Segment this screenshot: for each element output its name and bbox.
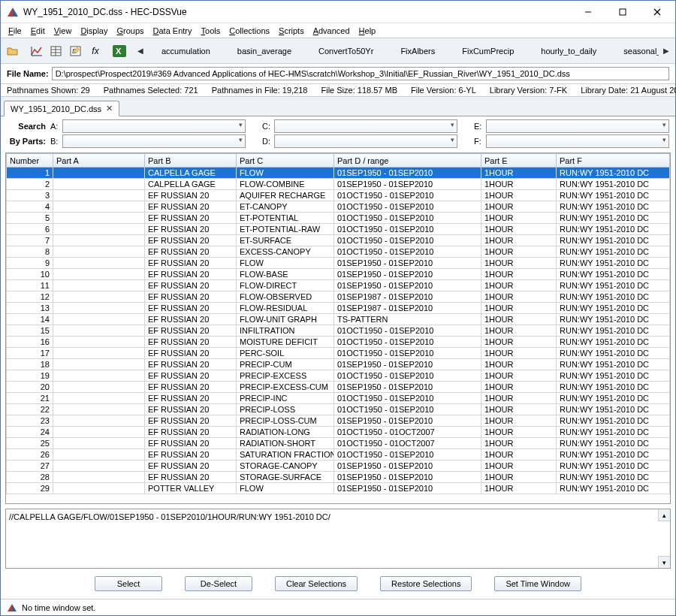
table-row[interactable]: 23EF RUSSIAN 20PRECIP-LOSS-CUM01SEP1950 … bbox=[7, 415, 670, 427]
table-row[interactable]: 11EF RUSSIAN 20FLOW-DIRECT01SEP1950 - 01… bbox=[7, 280, 670, 291]
menu-edit[interactable]: Edit bbox=[26, 25, 50, 37]
table-row[interactable]: 10EF RUSSIAN 20FLOW-BASE01SEP1950 - 01SE… bbox=[7, 269, 670, 280]
script-row: accumulationbasin_averageConvertTo50YrFi… bbox=[148, 47, 659, 56]
tab-close-icon[interactable]: ✕ bbox=[106, 104, 113, 113]
table-row[interactable]: 12EF RUSSIAN 20FLOW-OBSERVED01SEP1987 - … bbox=[7, 291, 670, 303]
restore-selections-button[interactable]: Restore Selections bbox=[380, 576, 472, 591]
part-b-label: B: bbox=[50, 137, 61, 146]
edit-icon[interactable]: E bbox=[67, 42, 85, 60]
col-part-b[interactable]: Part B bbox=[145, 154, 237, 168]
button-row: Select De-Select Clear Selections Restor… bbox=[1, 572, 675, 599]
script-convertto50yr[interactable]: ConvertTo50Yr bbox=[305, 47, 387, 56]
menu-data-entry[interactable]: Data Entry bbox=[149, 25, 197, 37]
menu-scripts[interactable]: Scripts bbox=[274, 25, 309, 37]
menu-collections[interactable]: Collections bbox=[225, 25, 274, 37]
table-row[interactable]: 20EF RUSSIAN 20PRECIP-EXCESS-CUM01SEP195… bbox=[7, 382, 670, 393]
table-row[interactable]: 2CALPELLA GAGEFLOW-COMBINE01SEP1950 - 01… bbox=[7, 179, 670, 190]
pathnames-shown: Pathnames Shown: 29 bbox=[7, 86, 90, 95]
table-row[interactable]: 13EF RUSSIAN 20FLOW-RESIDUAL01SEP1987 - … bbox=[7, 303, 670, 314]
table-row[interactable]: 1CALPELLA GAGEFLOW01SEP1950 - 01SEP20101… bbox=[7, 168, 670, 179]
table-row[interactable]: 28EF RUSSIAN 20STORAGE-SURFACE01SEP1950 … bbox=[7, 472, 670, 483]
file-version: File Version: 6-YL bbox=[411, 86, 476, 95]
path-scroll-down-icon[interactable]: ▾ bbox=[658, 556, 670, 568]
script-seasonal_volur[interactable]: seasonal_volur bbox=[610, 47, 659, 56]
excel-icon[interactable]: X bbox=[110, 42, 128, 60]
table-row[interactable]: 25EF RUSSIAN 20RADIATION-SHORT01OCT1950 … bbox=[7, 438, 670, 449]
menu-tools[interactable]: Tools bbox=[197, 25, 225, 37]
col-part-f[interactable]: Part F bbox=[557, 154, 670, 168]
table-row[interactable]: 8EF RUSSIAN 20EXCESS-CANOPY01OCT1950 - 0… bbox=[7, 246, 670, 258]
table-row[interactable]: 24EF RUSSIAN 20RADIATION-LONG01OCT1950 -… bbox=[7, 427, 670, 438]
table-row[interactable]: 18EF RUSSIAN 20PRECIP-CUM01SEP1950 - 01S… bbox=[7, 359, 670, 370]
script-fixalbers[interactable]: FixAlbers bbox=[387, 47, 448, 56]
maximize-button[interactable] bbox=[606, 2, 639, 23]
col-part-e[interactable]: Part E bbox=[481, 154, 557, 168]
path-scroll-up-icon[interactable]: ▴ bbox=[658, 509, 670, 521]
window-title: WY_1951_2010_DC.dss - HEC-DSSVue bbox=[23, 7, 572, 17]
menu-advanced[interactable]: Advanced bbox=[309, 25, 355, 37]
part-b-combo[interactable] bbox=[62, 134, 246, 148]
table-row[interactable]: 16EF RUSSIAN 20MOISTURE DEFICIT01OCT1950… bbox=[7, 337, 670, 348]
col-part-d-range[interactable]: Part D / range bbox=[334, 154, 481, 168]
tab-label: WY_1951_2010_DC.dss bbox=[11, 104, 101, 113]
menu-help[interactable]: Help bbox=[355, 25, 381, 37]
library-date: Library Date: 21 August 2017 bbox=[581, 86, 676, 95]
table-row[interactable]: 26EF RUSSIAN 20SATURATION FRACTION01OCT1… bbox=[7, 449, 670, 460]
menu-groups[interactable]: Groups bbox=[112, 25, 148, 37]
clear-selections-button[interactable]: Clear Selections bbox=[275, 576, 358, 591]
table-row[interactable]: 15EF RUSSIAN 20INFILTRATION01OCT1950 - 0… bbox=[7, 325, 670, 337]
table-row[interactable]: 29POTTER VALLEYFLOW01SEP1950 - 01SEP2010… bbox=[7, 483, 670, 494]
svg-marker-16 bbox=[8, 604, 12, 611]
part-d-combo[interactable] bbox=[274, 134, 457, 148]
select-button[interactable]: Select bbox=[95, 576, 162, 591]
table-row[interactable]: 21EF RUSSIAN 20PRECIP-INC01OCT1950 - 01S… bbox=[7, 393, 670, 404]
set-time-window-button[interactable]: Set Time Window bbox=[494, 576, 581, 591]
part-d-label: D: bbox=[262, 137, 273, 146]
table-row[interactable]: 17EF RUSSIAN 20PERC-SOIL01OCT1950 - 01SE… bbox=[7, 348, 670, 359]
part-f-combo[interactable] bbox=[486, 134, 669, 148]
table-row[interactable]: 3EF RUSSIAN 20AQUIFER RECHARGE01OCT1950 … bbox=[7, 190, 670, 201]
table-row[interactable]: 14EF RUSSIAN 20FLOW-UNIT GRAPHTS-PATTERN… bbox=[7, 314, 670, 325]
script-basin_average[interactable]: basin_average bbox=[224, 47, 305, 56]
script-fixcumprecip[interactable]: FixCumPrecip bbox=[448, 47, 527, 56]
file-name-input[interactable] bbox=[52, 67, 669, 80]
menu-display[interactable]: Display bbox=[76, 25, 112, 37]
status-bar: No time window set. bbox=[1, 599, 675, 615]
script-accumulation[interactable]: accumulation bbox=[148, 47, 224, 56]
byparts-label: By Parts: bbox=[7, 137, 49, 146]
table-row[interactable]: 9EF RUSSIAN 20FLOW01SEP1950 - 01SEP20101… bbox=[7, 258, 670, 269]
scroll-right-icon[interactable]: ▶ bbox=[660, 42, 672, 60]
open-icon[interactable] bbox=[4, 42, 22, 60]
table-row[interactable]: 5EF RUSSIAN 20ET-POTENTIAL01OCT1950 - 01… bbox=[7, 213, 670, 224]
part-c-combo[interactable] bbox=[274, 119, 457, 133]
table-row[interactable]: 7EF RUSSIAN 20ET-SURFACE01OCT1950 - 01SE… bbox=[7, 235, 670, 246]
svg-text:X: X bbox=[116, 47, 122, 56]
table-row[interactable]: 22EF RUSSIAN 20PRECIP-LOSS01OCT1950 - 01… bbox=[7, 404, 670, 415]
function-icon[interactable]: fx bbox=[86, 42, 104, 60]
table-row[interactable]: 19EF RUSSIAN 20PRECIP-EXCESS01OCT1950 - … bbox=[7, 370, 670, 382]
part-e-combo[interactable] bbox=[486, 119, 669, 133]
col-part-c[interactable]: Part C bbox=[237, 154, 334, 168]
file-size: File Size: 118.57 MB bbox=[321, 86, 397, 95]
table-row[interactable]: 27EF RUSSIAN 20STORAGE-CANOPY01SEP1950 -… bbox=[7, 460, 670, 472]
svg-rect-3 bbox=[620, 9, 626, 15]
table-row[interactable]: 4EF RUSSIAN 20ET-CANOPY01OCT1950 - 01SEP… bbox=[7, 201, 670, 213]
tab-file[interactable]: WY_1951_2010_DC.dss ✕ bbox=[4, 101, 119, 116]
menu-file[interactable]: File bbox=[4, 25, 26, 37]
col-part-a[interactable]: Part A bbox=[53, 154, 145, 168]
menubar: FileEditViewDisplayGroupsData EntryTools… bbox=[1, 23, 675, 38]
plot-icon[interactable] bbox=[28, 42, 46, 60]
table-row[interactable]: 6EF RUSSIAN 20ET-POTENTIAL-RAW01OCT1950 … bbox=[7, 224, 670, 235]
table-icon[interactable] bbox=[47, 42, 65, 60]
part-a-combo[interactable] bbox=[62, 119, 246, 133]
minimize-button[interactable] bbox=[572, 2, 605, 23]
deselect-button[interactable]: De-Select bbox=[185, 576, 252, 591]
menu-view[interactable]: View bbox=[50, 25, 77, 37]
script-hourly_to_daily[interactable]: hourly_to_daily bbox=[527, 47, 610, 56]
pathname-table[interactable]: NumberPart APart BPart CPart D / rangePa… bbox=[6, 153, 670, 494]
app-icon bbox=[7, 6, 19, 18]
scroll-left-icon[interactable]: ◀ bbox=[134, 42, 146, 60]
close-button[interactable] bbox=[641, 2, 674, 23]
col-number[interactable]: Number bbox=[7, 154, 53, 168]
selected-path-text: //CALPELLA GAGE/FLOW/01SEP1950 - 01SEP20… bbox=[9, 512, 330, 521]
